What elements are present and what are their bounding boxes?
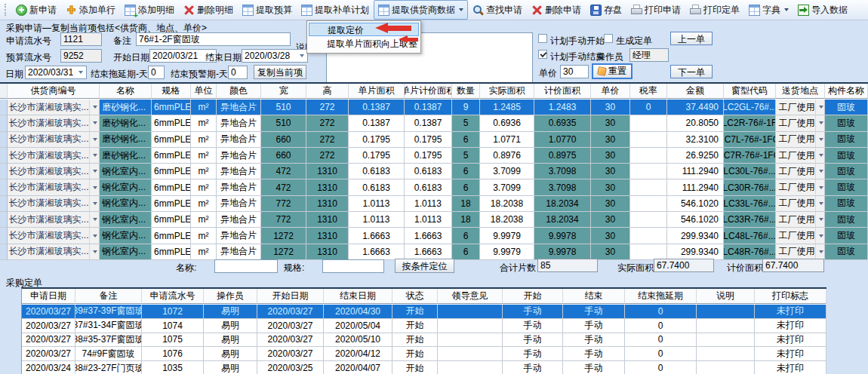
chevron-down-icon[interactable] [89, 196, 100, 211]
cell-priced_area[interactable]: 1.2483 [534, 100, 591, 115]
cell-height[interactable]: 1310 [306, 244, 349, 260]
combo-delivery_place[interactable]: 工厂使用 [776, 244, 825, 259]
chevron-down-icon[interactable] [815, 179, 826, 195]
detail-grid-row[interactable]: 长沙市潇湘玻璃实...磨砂钢化...6mmPLE...m²异地合片6602720… [0, 132, 868, 148]
cell-remark[interactable]: 89#37-39F窗固玻 [75, 305, 142, 319]
cell-name[interactable]: 磨砂钢化... [100, 115, 152, 131]
detail-column-header-unit_price[interactable]: 单价 [591, 84, 630, 99]
detail-column-header-unit[interactable]: 单位 [191, 84, 217, 99]
cell-req_no[interactable]: 1074 [142, 319, 204, 333]
cell-color[interactable]: 异地合片 [217, 228, 261, 244]
cell-priced_area[interactable]: 9.9978 [534, 244, 591, 260]
cell-qty[interactable]: 6 [452, 228, 480, 244]
combo-supplier[interactable]: 长沙市潇湘玻璃实... [8, 244, 100, 259]
cell-width[interactable]: 772 [261, 196, 306, 212]
toolbar-button-extract_supplier_data[interactable]: 提取供货商数据 [374, 0, 468, 20]
cell-piece_area[interactable]: 0.1387 [349, 100, 405, 115]
cell-height[interactable]: 1310 [306, 164, 349, 179]
cell-start_date[interactable]: 2020/03/27 [257, 305, 324, 319]
cell-leader_opinion[interactable] [438, 333, 503, 348]
cell-piece_area[interactable]: 0.6183 [349, 164, 405, 179]
toolbar-button-extract_supplement_plan[interactable]: 提取补单计划 [297, 0, 374, 20]
cell-req_no[interactable]: 1076 [142, 347, 204, 361]
cell-supplier[interactable]: 长沙市潇湘玻璃实... [8, 148, 100, 164]
checkbox-plan-manual-start[interactable] [538, 34, 547, 43]
reset-button[interactable]: 重置 [592, 63, 633, 79]
cell-actual_area[interactable]: 9.9979 [480, 244, 534, 260]
cell-color[interactable]: 异地合片 [217, 148, 261, 164]
cell-status[interactable]: 开始 [392, 305, 438, 319]
cell-end_delay[interactable]: 0 [625, 319, 697, 333]
orders-column-header-remark[interactable]: 备注 [75, 289, 142, 304]
cell-start[interactable]: 手动 [503, 361, 563, 374]
cell-width[interactable]: 510 [261, 100, 306, 115]
cell-end_delay[interactable]: 0 [625, 361, 697, 374]
toolbar-button-extract_budget[interactable]: 提取预算 [238, 0, 297, 20]
detail-grid-row[interactable]: 长沙市潇湘玻璃实...磨砂钢化...6mmPLE...m²异地合片6602720… [0, 148, 868, 164]
cell-priced_area[interactable]: 18.2034 [534, 212, 591, 228]
cell-spec[interactable]: 6mmPLE... [152, 179, 191, 195]
chevron-down-icon[interactable] [89, 244, 100, 259]
toolbar-button-dictionary[interactable]: 字典 [744, 0, 793, 20]
cell-start[interactable]: 手动 [503, 305, 563, 319]
cell-piece_priced_area[interactable]: 0.1387 [405, 100, 452, 115]
orders-grid-row[interactable]: 2020/03/2488#23-27F门页玻1035易明2020/03/2520… [22, 361, 826, 374]
unit-price-input[interactable] [560, 65, 589, 78]
cell-spec[interactable]: 6mmPLE... [152, 148, 191, 164]
cell-unit[interactable]: m² [191, 164, 217, 179]
cell-tax_rate[interactable] [630, 228, 667, 244]
cell-actual_area[interactable]: 0.6936 [480, 115, 534, 131]
cell-amount[interactable]: 299.9340 [667, 244, 724, 260]
cell-leader_opinion[interactable] [438, 361, 503, 374]
operator-input[interactable] [629, 48, 669, 62]
chevron-down-icon[interactable] [89, 212, 100, 227]
cell-tax_rate[interactable] [630, 115, 667, 131]
cell-status[interactable]: 开始 [392, 361, 438, 374]
combo-delivery_place[interactable]: 工厂使用 [776, 228, 825, 243]
cell-piece_priced_area[interactable]: 0.6183 [405, 164, 452, 179]
cell-color[interactable]: 异地合片 [217, 100, 261, 115]
cell-amount[interactable]: 299.9340 [667, 228, 724, 244]
detail-column-header-delivery_place[interactable]: 送货地点 [776, 84, 825, 99]
cell-tax_rate[interactable] [630, 132, 667, 148]
cell-piece_priced_area[interactable]: 0.6183 [405, 179, 452, 195]
combo-delivery_place[interactable]: 工厂使用 [776, 196, 825, 211]
cell-supplier[interactable]: 长沙市潇湘玻璃实... [8, 179, 100, 195]
combo-delivery_place[interactable]: 工厂使用 [776, 132, 825, 147]
cell-amount[interactable]: 20.8050 [667, 115, 724, 131]
cell-end_date[interactable]: 2020/05/10 [324, 333, 392, 348]
detail-row-indicator[interactable] [0, 115, 8, 131]
cell-tax_rate[interactable] [630, 148, 667, 164]
cell-piece_area[interactable]: 0.1387 [349, 115, 405, 131]
orders-grid-row[interactable]: 2020/03/2788#35-37F窗固玻1075易明2020/03/2720… [22, 333, 826, 348]
previous-order-button[interactable]: 上一单 [670, 32, 713, 45]
cell-name[interactable]: 钢化室内... [100, 179, 152, 195]
cell-supplier[interactable]: 长沙市潇湘玻璃实... [8, 244, 100, 260]
cell-part_name[interactable]: 固玻 [825, 164, 868, 179]
toolbar-button-delete_request[interactable]: 删除申请 [527, 0, 586, 20]
detail-row-indicator[interactable] [0, 228, 8, 244]
cell-supplier[interactable]: 长沙市潇湘玻璃实... [8, 196, 100, 212]
detail-row-indicator[interactable] [0, 148, 8, 164]
cell-piece_priced_area[interactable]: 1.0113 [405, 196, 452, 212]
cell-color[interactable]: 异地合片 [217, 196, 261, 212]
cell-piece_area[interactable]: 1.0113 [349, 196, 405, 212]
detail-grid-row[interactable]: 长沙市潇湘玻璃实...钢化室内...6mmPLE...m²异地合片1272131… [0, 244, 868, 260]
detail-column-header-qty[interactable]: 数量 [452, 84, 480, 99]
cell-qty[interactable]: 6 [452, 132, 480, 148]
detail-row-indicator[interactable] [0, 179, 8, 195]
cell-actual_area[interactable]: 18.2038 [480, 196, 534, 212]
detail-column-header-actual_area[interactable]: 实际面积 [480, 84, 534, 99]
cell-end[interactable]: 手动 [563, 361, 625, 374]
cell-part_name[interactable]: 固玻 [825, 212, 868, 228]
cell-unit[interactable]: m² [191, 179, 217, 195]
cell-note[interactable] [697, 361, 755, 374]
cell-tax_rate[interactable] [630, 179, 667, 195]
combo-delivery_place[interactable]: 工厂使用 [776, 164, 825, 179]
cell-req_no[interactable]: 1072 [142, 305, 204, 319]
cell-part_name[interactable]: 固玻 [825, 115, 868, 131]
cell-note[interactable] [697, 305, 755, 319]
cell-operator[interactable]: 易明 [204, 305, 257, 319]
cell-name[interactable]: 磨砂钢化... [100, 148, 152, 164]
cell-unit[interactable]: m² [191, 115, 217, 131]
